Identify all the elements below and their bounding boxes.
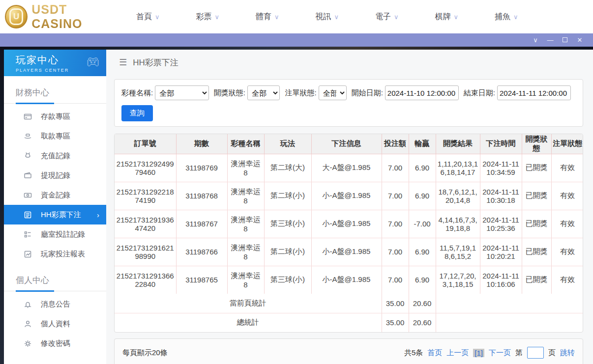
prev-page-link[interactable]: 上一页 (446, 348, 469, 358)
sidebar-item-player-bet-report[interactable]: 玩家投注報表 (4, 244, 106, 264)
col-header-draw-status: 開獎狀態 (522, 134, 551, 154)
hamburger-icon[interactable]: ☰ (119, 57, 127, 68)
nav-menu: 首頁∨彩票∨體育∨視訊∨電子∨棋牌∨捕魚∨ (118, 12, 593, 22)
cell-order-no: 2152173129136622840 (115, 266, 176, 294)
chevron-down-icon: ∨ (513, 13, 518, 21)
page-summary-empty (436, 294, 583, 313)
cell-order-status: 有效 (551, 238, 583, 266)
nav-item[interactable]: 電子∨ (375, 12, 399, 22)
order-status-label: 注單狀態: (285, 88, 316, 98)
window-minimize-icon[interactable]: — (543, 33, 558, 47)
sidebar-item-profile[interactable]: 個人資料 (4, 314, 106, 334)
total-count: 共5条 (404, 348, 423, 358)
chevron-down-icon: ∨ (454, 13, 459, 21)
cell-draw-result: 18,7,6,12,1,20,14,8 (436, 182, 480, 210)
nav-item[interactable]: 彩票∨ (196, 12, 220, 22)
sidebar-item-label: 消息公告 (41, 300, 70, 309)
page-jump-input[interactable] (527, 347, 544, 359)
total-summary-bet-amount: 35.00 (382, 313, 409, 332)
nav-item[interactable]: 視訊∨ (316, 12, 339, 22)
breadcrumb: ☰ HH彩票下注 (106, 50, 593, 75)
col-header-play-type: 玩法 (264, 134, 311, 154)
cell-win-loss: 6.90 (409, 154, 436, 182)
col-header-order-no: 訂單號 (115, 134, 176, 154)
sidebar-item-label: 廳室投註記錄 (41, 230, 85, 239)
window-chevron-down-icon[interactable]: ∨ (528, 33, 543, 47)
cell-order-no: 2152173129221874190 (115, 182, 176, 210)
cell-bet-time: 2024-11-11 10:25:36 (480, 210, 522, 238)
cell-bet-time: 2024-11-11 10:20:21 (480, 238, 522, 266)
sidebar-item-hh-lottery-bets[interactable]: HH彩票下注 › (4, 205, 106, 224)
next-page-link[interactable]: 下一页 (489, 348, 511, 358)
sidebar-item-label: 資金記錄 (41, 191, 70, 200)
cell-draw-result: 1,11,20,13,16,18,14,17 (436, 154, 480, 182)
order-status-select[interactable]: 全部 (319, 85, 347, 100)
main-content: ☰ HH彩票下注 彩種名稱: 全部 開獎狀態: 全部 注單狀態: 全部 開始日期… (106, 50, 593, 364)
cell-bet-time: 2024-11-11 10:30:18 (480, 182, 522, 210)
nav-item[interactable]: 棋牌∨ (435, 12, 459, 22)
cell-play-type: 第二球(小) (264, 182, 311, 210)
section-finance-center: 財務中心 (4, 83, 106, 104)
cell-lottery-name: 澳洲幸运8 (227, 154, 264, 182)
cell-period: 31198769 (176, 154, 227, 182)
chevron-down-icon: ∨ (155, 13, 160, 21)
chevron-down-icon: ∨ (334, 13, 339, 21)
end-date-input[interactable] (497, 85, 571, 100)
gear-icon (24, 339, 32, 348)
col-header-bet-time: 下注時間 (480, 134, 522, 154)
cell-draw-result: 17,12,7,20,3,1,18,15 (436, 266, 480, 294)
window-maximize-icon[interactable] (558, 33, 572, 47)
logo-text: USDT CASINO (31, 2, 118, 31)
total-summary-row: 總統計 35.00 20.60 (115, 313, 583, 332)
logo[interactable]: U USDT CASINO (5, 2, 118, 31)
cell-order-status: 有效 (551, 182, 583, 210)
nav-item[interactable]: 體育∨ (256, 12, 279, 22)
cell-period: 31198767 (176, 210, 227, 238)
draw-status-select[interactable]: 全部 (247, 85, 280, 100)
lottery-name-select[interactable]: 全部 (155, 85, 209, 100)
cell-lottery-name: 澳洲幸运8 (227, 238, 264, 266)
total-summary-empty (436, 313, 583, 332)
total-summary-win-loss: 20.60 (409, 313, 436, 332)
query-button[interactable]: 查詢 (121, 105, 153, 121)
first-page-link[interactable]: 首页 (427, 348, 442, 358)
person-icon (24, 320, 32, 328)
sidebar-item-withdrawal-records[interactable]: 提現記錄 (4, 166, 106, 185)
chevron-right-icon: › (97, 211, 99, 219)
sidebar-item-change-password[interactable]: 修改密碼 (4, 334, 106, 353)
chevron-down-icon: ∨ (274, 13, 279, 21)
cell-bet-info: 小-A盤@1.985 (311, 266, 382, 294)
cell-bet-amount: 7.00 (382, 210, 409, 238)
list-details-icon (24, 230, 32, 239)
cell-play-type: 第三球(小) (264, 266, 311, 294)
table-body: 215217312924997946031198769澳洲幸运8第二球(大)大-… (115, 154, 583, 294)
top-navbar: U USDT CASINO 首頁∨彩票∨體育∨視訊∨電子∨棋牌∨捕魚∨ (0, 0, 593, 33)
sidebar-item-announcements[interactable]: 消息公告 (4, 294, 106, 314)
start-date-input[interactable] (385, 85, 459, 100)
cell-win-loss: 6.90 (409, 266, 436, 294)
sidebar-item-fund-records[interactable]: 資金記錄 (4, 185, 106, 205)
sidebar-item-label: 充值記錄 (41, 151, 70, 161)
wallet-icon (24, 171, 32, 180)
nav-item[interactable]: 首頁∨ (136, 12, 160, 22)
logo-letter: U (9, 8, 23, 25)
bell-icon (24, 300, 32, 308)
cell-bet-info: 小-A盤@1.985 (311, 210, 382, 238)
bets-table: 訂單號期數彩種名稱玩法下注信息投注額輸贏開獎結果下注時間開獎狀態注單狀態 215… (115, 134, 583, 332)
jump-link[interactable]: 跳转 (560, 348, 575, 358)
sidebar-item-deposit[interactable]: 存款專區 (4, 107, 106, 126)
sidebar-item-recharge-records[interactable]: 充值記錄 (4, 146, 106, 166)
nav-item[interactable]: 捕魚∨ (495, 12, 518, 22)
page-title: HH彩票下注 (133, 57, 178, 68)
sidebar-item-hall-bet-records[interactable]: 廳室投註記錄 (4, 224, 106, 244)
page-summary-label: 當前頁統計 (115, 294, 382, 313)
cell-draw-status: 已開獎 (522, 182, 551, 210)
gamepad-icon: 🎮︎ (87, 55, 99, 70)
window-close-icon[interactable]: ✕ (572, 33, 587, 47)
cell-play-type: 第二球(小) (264, 238, 311, 266)
filter-panel: 彩種名稱: 全部 開獎狀態: 全部 注單狀態: 全部 開始日期: 結束日期: 查… (114, 79, 583, 127)
document-list-icon (24, 211, 32, 219)
cell-bet-info: 小-A盤@1.985 (311, 182, 382, 210)
cell-bet-time: 2024-11-11 10:34:59 (480, 154, 522, 182)
sidebar-item-withdraw[interactable]: 取款專區 (4, 126, 106, 146)
